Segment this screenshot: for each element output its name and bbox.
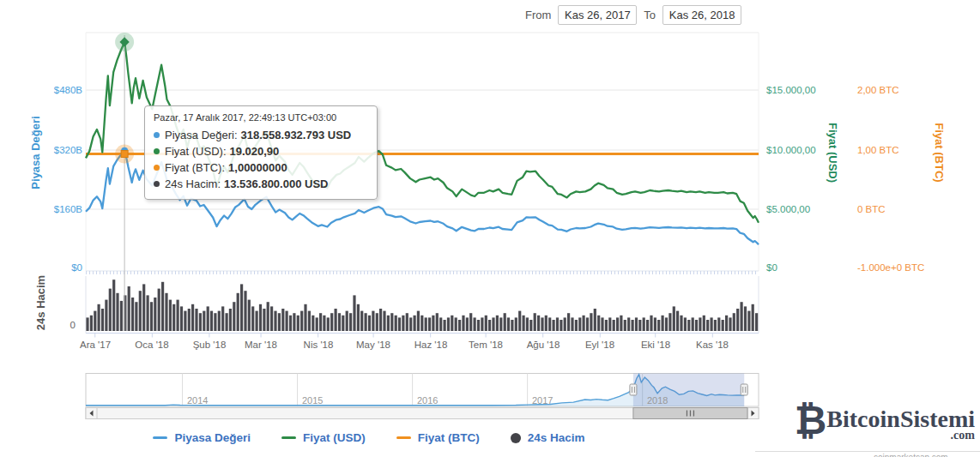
- volume-bar[interactable]: [556, 317, 559, 331]
- volume-bar[interactable]: [439, 317, 442, 331]
- volume-bars[interactable]: [86, 280, 758, 331]
- volume-bar[interactable]: [638, 320, 641, 331]
- volume-bar[interactable]: [297, 316, 299, 331]
- volume-bar[interactable]: [447, 317, 450, 331]
- volume-bar[interactable]: [462, 316, 464, 331]
- volume-bar[interactable]: [620, 316, 622, 331]
- volume-bar[interactable]: [308, 311, 311, 331]
- volume-bar[interactable]: [608, 317, 611, 331]
- volume-bar[interactable]: [402, 316, 404, 331]
- volume-bar[interactable]: [327, 317, 330, 331]
- volume-bar[interactable]: [627, 317, 630, 331]
- volume-bar[interactable]: [703, 316, 705, 331]
- volume-bar[interactable]: [523, 316, 525, 331]
- volume-bar[interactable]: [286, 311, 288, 331]
- volume-bar[interactable]: [650, 316, 652, 331]
- volume-bar[interactable]: [165, 293, 167, 331]
- volume-bar[interactable]: [485, 316, 487, 331]
- volume-bar[interactable]: [353, 295, 355, 331]
- volume-bar[interactable]: [270, 306, 273, 331]
- volume-bar[interactable]: [504, 313, 506, 331]
- volume-bar[interactable]: [665, 317, 668, 331]
- volume-bar[interactable]: [90, 316, 93, 331]
- volume-bar[interactable]: [575, 320, 578, 331]
- volume-bar[interactable]: [409, 317, 412, 331]
- volume-bar[interactable]: [304, 304, 306, 331]
- volume-bar[interactable]: [436, 313, 439, 331]
- volume-bar[interactable]: [199, 313, 202, 331]
- volume-bar[interactable]: [518, 311, 521, 331]
- btc-point-marker[interactable]: [121, 151, 128, 158]
- volume-bar[interactable]: [597, 316, 600, 331]
- volume-bar[interactable]: [195, 309, 197, 331]
- volume-bar[interactable]: [131, 298, 134, 331]
- volume-bar[interactable]: [346, 311, 348, 331]
- volume-bar[interactable]: [207, 306, 209, 331]
- scrollbar-thumb[interactable]: [633, 408, 747, 419]
- volume-bar[interactable]: [203, 311, 205, 331]
- volume-bar[interactable]: [417, 311, 420, 331]
- volume-bar[interactable]: [105, 300, 107, 331]
- volume-bar[interactable]: [714, 320, 717, 331]
- navigator-handle-right[interactable]: [741, 384, 747, 395]
- volume-bar[interactable]: [398, 317, 401, 331]
- volume-bar[interactable]: [312, 316, 314, 331]
- scrollbar[interactable]: [86, 408, 759, 419]
- volume-bar[interactable]: [444, 320, 446, 331]
- volume-bar[interactable]: [229, 309, 232, 331]
- volume-bar[interactable]: [349, 313, 352, 331]
- volume-bar[interactable]: [590, 313, 592, 331]
- volume-bar[interactable]: [244, 291, 246, 331]
- volume-bar[interactable]: [300, 311, 303, 331]
- volume-bar[interactable]: [293, 313, 295, 331]
- volume-bar[interactable]: [646, 320, 649, 331]
- volume-bar[interactable]: [477, 320, 480, 331]
- volume-bar[interactable]: [699, 317, 701, 331]
- volume-bar[interactable]: [248, 300, 251, 331]
- volume-bar[interactable]: [545, 316, 547, 331]
- volume-bar[interactable]: [564, 317, 566, 331]
- volume-bar[interactable]: [233, 302, 235, 331]
- volume-bar[interactable]: [643, 317, 645, 331]
- volume-bar[interactable]: [237, 293, 239, 331]
- volume-bar[interactable]: [383, 311, 385, 331]
- volume-bar[interactable]: [511, 320, 513, 331]
- volume-bar[interactable]: [395, 316, 397, 331]
- volume-bar[interactable]: [455, 317, 457, 331]
- volume-bar[interactable]: [616, 317, 619, 331]
- volume-bar[interactable]: [515, 317, 517, 331]
- volume-bar[interactable]: [259, 304, 262, 331]
- volume-bar[interactable]: [733, 313, 735, 331]
- volume-bar[interactable]: [214, 313, 216, 331]
- scrollbar-left-arrow[interactable]: [86, 408, 97, 419]
- volume-bar[interactable]: [717, 317, 720, 331]
- volume-bar[interactable]: [466, 317, 469, 331]
- volume-bar[interactable]: [316, 317, 318, 331]
- legend-item[interactable]: Piyasa Değeri: [153, 431, 251, 444]
- volume-bar[interactable]: [278, 313, 281, 331]
- volume-bar[interactable]: [692, 317, 694, 331]
- volume-bar[interactable]: [722, 320, 724, 331]
- volume-bar[interactable]: [605, 320, 608, 331]
- volume-bar[interactable]: [534, 313, 536, 331]
- volume-bar[interactable]: [469, 313, 472, 331]
- volume-bar[interactable]: [560, 320, 562, 331]
- volume-bar[interactable]: [695, 320, 698, 331]
- volume-bar[interactable]: [613, 320, 615, 331]
- volume-bar[interactable]: [142, 284, 145, 331]
- volume-bar[interactable]: [387, 316, 390, 331]
- volume-bar[interactable]: [94, 311, 96, 331]
- volume-bar[interactable]: [226, 313, 228, 331]
- legend-item[interactable]: Fiyat (BTC): [396, 431, 480, 444]
- volume-bar[interactable]: [432, 316, 434, 331]
- volume-bar[interactable]: [752, 304, 754, 331]
- volume-bar[interactable]: [150, 302, 153, 331]
- volume-bar[interactable]: [330, 313, 333, 331]
- volume-bar[interactable]: [357, 304, 360, 331]
- volume-bar[interactable]: [662, 316, 664, 331]
- volume-bar[interactable]: [379, 309, 382, 331]
- volume-bar[interactable]: [112, 280, 115, 331]
- volume-bar[interactable]: [676, 311, 679, 331]
- volume-bar[interactable]: [632, 320, 634, 331]
- volume-bar[interactable]: [541, 317, 543, 331]
